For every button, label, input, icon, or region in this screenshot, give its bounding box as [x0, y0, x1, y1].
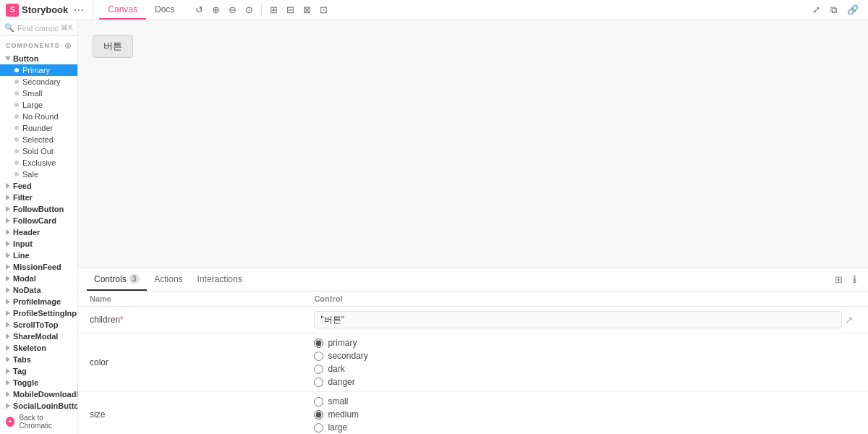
top-bar: S Storybook ⋯ Canvas Docs ↺ ⊕ ⊖ ⊙ ⊞ ⊟ ⊠ …	[0, 0, 868, 20]
expand-panel-icon[interactable]: ⊞	[832, 273, 846, 286]
chevron-icon	[6, 218, 10, 224]
expand-text-icon[interactable]: ↗	[842, 314, 856, 326]
tree-group-tag[interactable]: Tag	[0, 365, 77, 377]
tree-group-profile-image[interactable]: ProfileImage	[0, 296, 77, 307]
tree-group-button[interactable]: Button	[0, 53, 77, 64]
tree-group-skeleton[interactable]: Skeleton	[0, 342, 77, 354]
tree-group-feed[interactable]: Feed	[0, 180, 77, 192]
info-icon[interactable]: ℹ	[850, 273, 859, 286]
size-radio-group: small medium large	[314, 396, 856, 433]
tree-group-mission-feed[interactable]: MissionFeed	[0, 261, 77, 273]
chromatic-bar[interactable]: ✦ Back to Chromatic	[0, 409, 77, 434]
tree-item-selected[interactable]: Selected	[0, 134, 77, 145]
tree-group-tabs[interactable]: Tabs	[0, 354, 77, 365]
chevron-icon	[6, 403, 10, 409]
search-icon: 🔍	[4, 23, 14, 33]
tree-group-share-modal[interactable]: ShareModal	[0, 331, 77, 342]
zoom-in-icon[interactable]: ⊕	[208, 2, 224, 17]
chevron-icon	[6, 368, 10, 374]
color-radio-group: primary secondary dark	[314, 338, 856, 387]
sync-icon[interactable]: ↺	[192, 2, 207, 17]
tree-group-toggle[interactable]: Toggle	[0, 377, 77, 388]
main-layout: 🔍 ⌘K COMPONENTS ⊕ Button Primary	[0, 20, 868, 434]
tree-group-mobile-download[interactable]: MobileDownloadButton	[0, 388, 77, 400]
tab-interactions[interactable]: Interactions	[190, 268, 250, 291]
background-icon[interactable]: ⊡	[316, 2, 331, 17]
tab-actions[interactable]: Actions	[147, 268, 190, 291]
radio-color-primary[interactable]: primary	[314, 338, 856, 348]
required-star: *	[120, 315, 124, 325]
zoom-out-icon[interactable]: ⊖	[225, 2, 240, 17]
search-bar: 🔍 ⌘K	[0, 20, 77, 36]
radio-size-small[interactable]: small	[314, 396, 856, 407]
tree-group-line[interactable]: Line	[0, 250, 77, 261]
chevron-icon	[5, 56, 11, 61]
storybook-logo-icon: S	[6, 4, 19, 17]
radio-size-large[interactable]: large	[314, 422, 856, 433]
chevron-icon	[6, 333, 10, 339]
expand-icon[interactable]: ⤢	[809, 2, 824, 17]
tree-item-large[interactable]: Large	[0, 99, 77, 111]
menu-button[interactable]: ⋯	[71, 3, 87, 17]
chevron-icon	[6, 252, 10, 258]
tab-docs[interactable]: Docs	[146, 0, 183, 20]
link-icon[interactable]: 🔗	[843, 2, 862, 17]
reset-zoom-icon[interactable]: ⊙	[242, 2, 257, 17]
dot-icon	[14, 126, 19, 130]
chevron-icon	[6, 287, 10, 293]
components-menu-button[interactable]: ⊕	[64, 41, 72, 51]
tree-item-sold-out[interactable]: Sold Out	[0, 145, 77, 157]
tree-group-modal[interactable]: Modal	[0, 273, 77, 284]
chevron-icon	[6, 206, 10, 212]
tree-group-social-login[interactable]: SocialLoginButton	[0, 400, 77, 409]
tab-controls[interactable]: Controls 3	[87, 268, 147, 291]
grid-icon[interactable]: ⊞	[266, 2, 281, 17]
bottom-tab-right-icons: ⊞ ℹ	[832, 273, 859, 286]
chevron-icon	[6, 391, 10, 397]
components-header: COMPONENTS ⊕	[0, 36, 77, 53]
chevron-icon	[6, 345, 10, 351]
chevron-icon	[6, 241, 10, 247]
chevron-icon	[6, 264, 10, 270]
tree-group-input[interactable]: Input	[0, 238, 77, 250]
tree-item-exclusive[interactable]: Exclusive	[0, 157, 77, 169]
tree-group-no-data[interactable]: NoData	[0, 284, 77, 296]
tree-item-small[interactable]: Small	[0, 88, 77, 99]
component-tree: Button Primary Secondary Small Large	[0, 53, 77, 409]
canvas-main: 버튼	[78, 20, 868, 268]
tree-item-primary[interactable]: Primary	[0, 64, 77, 76]
children-input[interactable]	[314, 311, 842, 328]
field-name-size: size	[90, 409, 105, 420]
radio-size-medium[interactable]: medium	[314, 409, 856, 420]
dot-icon	[14, 114, 19, 119]
search-input[interactable]	[17, 24, 58, 33]
dot-icon	[14, 91, 19, 95]
radio-color-secondary[interactable]: secondary	[314, 351, 856, 361]
sidebar: 🔍 ⌘K COMPONENTS ⊕ Button Primary	[0, 20, 78, 434]
tree-group-header[interactable]: Header	[0, 226, 77, 238]
dot-icon	[14, 68, 19, 72]
radio-color-danger[interactable]: danger	[314, 377, 856, 387]
tree-item-secondary[interactable]: Secondary	[0, 76, 77, 88]
tree-group-scroll-to-top[interactable]: ScrollToTop	[0, 319, 77, 331]
dot-icon	[14, 172, 19, 176]
tree-group-profile-setting[interactable]: ProfileSettingInput	[0, 307, 77, 319]
tree-item-sale[interactable]: Sale	[0, 169, 77, 180]
tree-group-follow-card[interactable]: FollowCard	[0, 215, 77, 226]
dot-icon	[14, 149, 19, 153]
search-clear-icon[interactable]: ⌘K	[61, 24, 73, 32]
tab-canvas[interactable]: Canvas	[99, 0, 146, 20]
controls-table: Name Control children*	[78, 292, 868, 434]
toolbar-icons: ↺ ⊕ ⊖ ⊙ ⊞ ⊟ ⊠ ⊡	[192, 2, 331, 17]
tree-group-follow-button[interactable]: FollowButton	[0, 203, 77, 215]
tree-item-rounder[interactable]: Rounder	[0, 122, 77, 134]
measure-icon[interactable]: ⊟	[283, 2, 298, 17]
preview-button[interactable]: 버튼	[93, 35, 133, 58]
top-right: ⤢ ⧉ 🔗	[809, 2, 862, 18]
radio-color-dark[interactable]: dark	[314, 364, 856, 374]
chevron-icon	[6, 276, 10, 281]
outline-icon[interactable]: ⊠	[299, 2, 315, 17]
open-new-icon[interactable]: ⧉	[827, 2, 841, 18]
tree-item-no-round[interactable]: No Round	[0, 111, 77, 122]
tree-group-filter[interactable]: Filter	[0, 192, 77, 203]
